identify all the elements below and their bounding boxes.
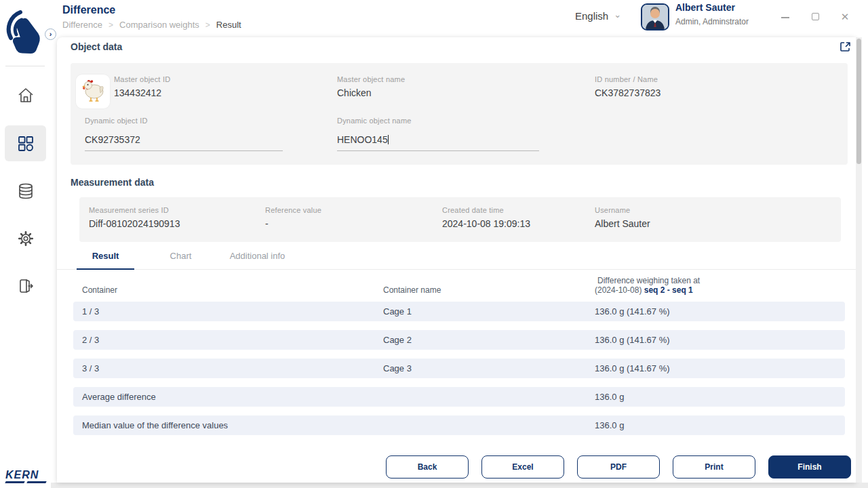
column-difference: Difference weighing taken at (2024-10-08… (595, 276, 845, 298)
expand-icon (840, 41, 851, 53)
pdf-button[interactable]: PDF (577, 455, 660, 479)
close-icon: ✕ (841, 11, 850, 22)
seq-range-label: seq 2 - seq 1 (644, 285, 693, 295)
language-selected-value: English (575, 10, 608, 22)
window-close-button[interactable]: ✕ (838, 11, 852, 23)
minimize-icon (781, 17, 789, 18)
back-button[interactable]: Back (386, 455, 469, 479)
dynamic-object-id-field[interactable]: Dynamic object ID CK92735372 (85, 117, 148, 145)
cell-container-name: Cage 3 (383, 363, 595, 373)
chevron-down-icon: ⌄ (614, 9, 621, 20)
object-data-section-title: Object data (71, 41, 122, 52)
cell-container: Average difference (82, 392, 383, 402)
master-object-name-field: Master object name Chicken (337, 75, 405, 98)
measurement-data-panel: Measurement series ID Diff-0810202419091… (79, 197, 841, 242)
measurement-series-id-value: Diff-08102024190913 (89, 218, 180, 229)
username-value: Albert Sauter (595, 218, 650, 229)
cell-container-name: Cage 2 (383, 335, 595, 345)
id-number-name-value: CK3782737823 (595, 87, 660, 98)
dynamic-object-name-underline (337, 150, 539, 151)
cell-container: 2 / 3 (82, 335, 383, 345)
text-cursor (388, 135, 389, 144)
dynamic-object-id-input[interactable]: CK92735372 (85, 134, 148, 145)
cell-container-name: Cage 1 (383, 306, 595, 317)
cell-difference-value: 136.0 g (141.67 %) (595, 335, 845, 345)
gear-icon (17, 230, 35, 247)
master-object-name-value: Chicken (337, 87, 405, 98)
object-photo-chicken (76, 75, 110, 108)
excel-button[interactable]: Excel (481, 455, 564, 479)
footer-actions: Back Excel PDF Print Finish (386, 455, 851, 479)
app-logo-touch-hand-icon (5, 7, 45, 58)
sidebar-collapse-button[interactable]: › (45, 28, 56, 40)
breadcrumb-separator-icon: > (108, 20, 113, 30)
expand-fullscreen-button[interactable] (840, 41, 852, 54)
breadcrumb-separator-icon: > (205, 20, 210, 30)
sidebar-item-home[interactable] (5, 77, 46, 113)
bottom-strip (51, 483, 868, 488)
dynamic-object-name-input[interactable]: HENOO145 (337, 134, 412, 145)
column-container-name: Container name (383, 285, 595, 298)
print-button[interactable]: Print (673, 455, 755, 479)
username-field: Username Albert Sauter (595, 206, 650, 229)
vertical-scrollbar[interactable] (856, 37, 862, 483)
master-object-id-field: Master object ID 134432412 (114, 75, 170, 98)
master-object-id-value: 134432412 (114, 87, 170, 98)
table-row[interactable]: 1 / 3 Cage 1 136.0 g (141.67 %) (73, 302, 845, 321)
dynamic-object-id-underline (85, 150, 283, 151)
breadcrumb: Difference > Comparison weights > Result (62, 20, 241, 30)
reference-value-field: Reference value - (265, 206, 321, 229)
maximize-icon (812, 13, 819, 20)
user-name: Albert Sauter (675, 2, 735, 13)
cell-difference-value: 136.0 g (595, 420, 845, 430)
cell-difference-value: 136.0 g (595, 392, 845, 402)
cell-container: 3 / 3 (82, 363, 383, 373)
sidebar-item-logout[interactable] (5, 268, 46, 304)
sidebar-item-settings[interactable] (5, 220, 46, 256)
measurement-data-section-title: Measurement data (71, 177, 154, 188)
breadcrumb-item[interactable]: Difference (62, 20, 102, 30)
created-date-time-value: 2024-10-08 19:09:13 (442, 218, 530, 229)
user-avatar[interactable] (641, 3, 669, 30)
breadcrumb-item[interactable]: Comparison weights (119, 20, 199, 30)
dynamic-object-name-field[interactable]: Dynamic object name HENOO145 (337, 117, 412, 145)
column-container: Container (82, 285, 383, 298)
cell-difference-value: 136.0 g (141.67 %) (595, 306, 845, 317)
page-title: Difference (62, 4, 115, 16)
finish-button[interactable]: Finish (768, 455, 851, 479)
cell-container: Median value of the difference values (82, 420, 383, 430)
table-row[interactable]: Average difference 136.0 g (73, 387, 845, 407)
breadcrumb-current: Result (216, 20, 241, 30)
tab-additional-info[interactable]: Additional info (215, 247, 300, 270)
result-rows: 1 / 3 Cage 1 136.0 g (141.67 %) 2 / 3 Ca… (73, 302, 845, 444)
table-row[interactable]: 2 / 3 Cage 2 136.0 g (141.67 %) (73, 330, 845, 350)
logout-icon (17, 277, 35, 295)
tab-bar: Result Chart Additional info (57, 247, 856, 270)
user-role: Admin, Adminstrator (675, 17, 749, 26)
reference-value-value: - (265, 218, 321, 229)
object-data-panel: Master object ID 134432412 Master object… (71, 63, 848, 165)
language-selector[interactable]: English ⌄ (575, 10, 621, 22)
window-minimize-button[interactable] (778, 11, 792, 23)
table-row[interactable]: 3 / 3 Cage 3 136.0 g (141.67 %) (73, 359, 845, 378)
table-row[interactable]: Median value of the difference values 13… (73, 415, 845, 435)
tab-chart[interactable]: Chart (152, 247, 210, 270)
measurement-series-id-field: Measurement series ID Diff-0810202419091… (89, 206, 180, 229)
sidebar-item-apps[interactable] (5, 125, 46, 161)
result-table-header: Container Container name Difference weig… (73, 276, 845, 298)
tab-result[interactable]: Result (77, 247, 134, 270)
sidebar-item-database[interactable] (5, 173, 46, 209)
main-content-panel: Object data Master object ID 134432412 (57, 37, 856, 483)
apps-grid-icon (17, 135, 35, 152)
created-date-time-field: Created date time 2024-10-08 19:09:13 (442, 206, 530, 229)
id-number-name-field: ID number / Name CK3782737823 (595, 75, 660, 98)
cell-difference-value: 136.0 g (141.67 %) (595, 363, 845, 373)
database-icon (17, 182, 35, 200)
window-maximize-button[interactable] (808, 11, 822, 23)
sidebar-divider (5, 66, 45, 66)
sidebar: › (0, 0, 51, 488)
home-icon (17, 87, 35, 104)
cell-container: 1 / 3 (82, 306, 383, 317)
scrollbar-thumb[interactable] (856, 39, 861, 164)
kern-logo: KERN (5, 470, 46, 483)
